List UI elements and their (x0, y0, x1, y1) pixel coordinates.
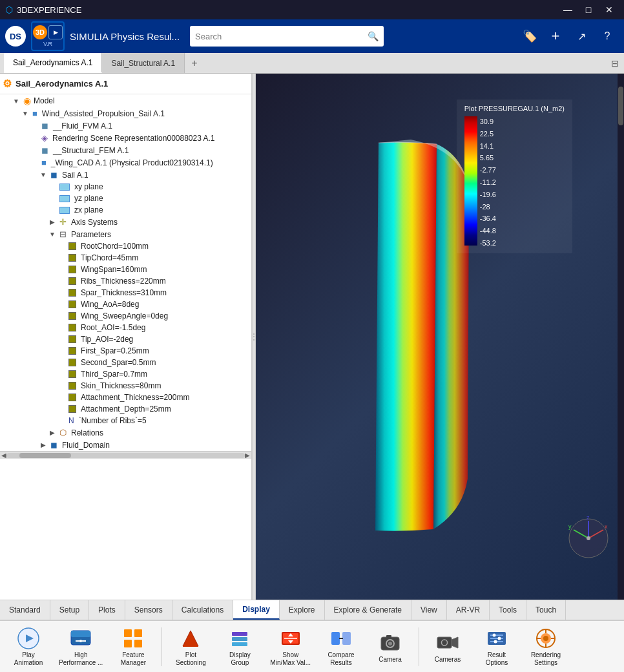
bookmark-button[interactable]: 🏷️ (518, 25, 541, 48)
node-label-fluid: __Fluid_FVM A.1 (53, 121, 112, 131)
tab-setup[interactable]: Setup (50, 600, 89, 620)
tree-node-p12[interactable]: Third_Spar=0.7mm (0, 368, 251, 380)
tree-node-p9[interactable]: Tip_AOI=-2deg (0, 333, 251, 345)
expand-params[interactable]: ▼ (48, 230, 57, 239)
tree-node-axis[interactable]: ▶ ✛ Axis Systems (0, 216, 251, 228)
tool-rendering_settings[interactable]: Rendering Settings (523, 624, 569, 669)
expand-wind[interactable]: ▼ (21, 109, 30, 118)
tool-play_animation[interactable]: Play Animation (5, 624, 52, 669)
tree-node-sail[interactable]: ▼ ◼ Sail A.1 (0, 169, 251, 181)
tree-model[interactable]: ▼ ◉ Model (0, 94, 251, 107)
add-button[interactable]: + (544, 25, 567, 48)
collapse-panel-button[interactable]: ⊟ (606, 53, 624, 73)
tree-node-p7[interactable]: Wing_SweepAngle=0deg (0, 310, 251, 322)
tree-node-wing_cad[interactable]: ■ _Wing_CAD A.1 (Physical Product0219031… (0, 156, 251, 169)
param-icon (68, 266, 76, 273)
param-icon (68, 254, 76, 262)
node-label-p3: WingSpan=160mm (81, 265, 147, 274)
scroll-thumb[interactable] (19, 453, 71, 458)
viewport-scroll-thumb[interactable] (618, 87, 623, 125)
node-label-yz: yz plane (74, 194, 103, 203)
tree-node-p16[interactable]: N `Number of Ribs`=5 (0, 415, 251, 426)
tree-root-label: Sail_Aerodynamics A.1 (16, 79, 108, 89)
expand-fluid_domain[interactable]: ▶ (39, 441, 48, 450)
tab-tools[interactable]: Tools (490, 600, 526, 620)
tab-ar_vr[interactable]: AR-VR (447, 600, 490, 620)
high_performance-label: High Performance ... (59, 651, 103, 667)
tab-view[interactable]: View (411, 600, 447, 620)
tool-camera[interactable]: Camera (367, 624, 413, 669)
tree-node-p2[interactable]: TipChord=45mm (0, 252, 251, 264)
expand-sail[interactable]: ▼ (39, 171, 48, 180)
tree-node-p3[interactable]: WingSpan=160mm (0, 264, 251, 275)
tree-node-p4[interactable]: Ribs_Thickness=220mm (0, 275, 251, 287)
tab-standard[interactable]: Standard (0, 600, 50, 620)
minimize-button[interactable]: — (558, 0, 577, 19)
tree-node-p10[interactable]: First_Spar=0.25mm (0, 345, 251, 357)
tree-node-xy[interactable]: xy plane (0, 181, 251, 193)
tab-sail-aerodynamics[interactable]: Sail_Aerodynamics A.1 (4, 53, 102, 73)
tab-explore[interactable]: Explore (280, 600, 325, 620)
tab-sensors[interactable]: Sensors (125, 600, 172, 620)
tab-calculations[interactable]: Calculations (172, 600, 233, 620)
tool-compare_results[interactable]: Compare Results (318, 624, 364, 669)
tab-touch[interactable]: Touch (526, 600, 566, 620)
node-label-p7: Wing_SweepAngle=0deg (81, 311, 168, 320)
tree-node-p1[interactable]: RootChord=100mm (0, 240, 251, 252)
tree-node-fluid[interactable]: ◼ __Fluid_FVM A.1 (0, 120, 251, 132)
tool-show_minmax[interactable]: Show Min/Max Val... (265, 624, 315, 669)
title-left: ⬡ 3DEXPERIENCE (5, 5, 81, 15)
legend-color-bar (464, 116, 477, 246)
help-button[interactable]: ? (596, 25, 619, 48)
tool-feature_manager[interactable]: Feature Manager (110, 624, 156, 669)
tab-sail-structural[interactable]: Sail_Structural A.1 (102, 53, 185, 73)
tab-plots[interactable]: Plots (89, 600, 125, 620)
tab-explore_generate[interactable]: Explore & Generate (325, 600, 411, 620)
tree-node-yz[interactable]: yz plane (0, 193, 251, 204)
tool-cameras[interactable]: Cameras (424, 624, 471, 669)
tree-node-p8[interactable]: Root_AOI=-1.5deg (0, 322, 251, 333)
expand-axis[interactable]: ▶ (48, 218, 57, 227)
root-icon: ⚙ (3, 78, 12, 90)
tab-display[interactable]: Display (233, 600, 280, 620)
tree-node-p15[interactable]: Attachment_Depth=25mm (0, 403, 251, 415)
tree-node-p6[interactable]: Wing_AoA=8deg (0, 299, 251, 310)
add-tab-button[interactable]: + (185, 53, 203, 73)
axis-icon: ✛ (59, 217, 67, 227)
maximize-button[interactable]: □ (579, 0, 598, 19)
expand-model[interactable]: ▼ (12, 96, 21, 105)
expand-relations[interactable]: ▶ (48, 428, 57, 437)
sim-icon: ◼ (41, 145, 48, 155)
param-icon (68, 335, 76, 343)
node-label-p9: Tip_AOI=-2deg (81, 335, 133, 344)
close-button[interactable]: ✕ (599, 0, 619, 19)
tree-node-params[interactable]: ▼ ⊟ Parameters (0, 228, 251, 240)
tree-node-p5[interactable]: Spar_Thickness=310mm (0, 287, 251, 299)
param-icon (68, 347, 76, 355)
tool-plot_sectioning[interactable]: Plot Sectioning (167, 624, 214, 669)
viewport-scrollbar[interactable] (618, 74, 624, 600)
tree-node-wind[interactable]: ▼ ■ Wind_Assisted_Propulsion_Sail A.1 (0, 107, 251, 120)
search-input[interactable] (195, 32, 364, 41)
scroll-left-btn[interactable]: ◀ (1, 452, 6, 459)
tree-node-p11[interactable]: Second_Spar=0.5mm (0, 357, 251, 368)
tool-high_performance[interactable]: High Performance ... (54, 624, 107, 669)
node-label-p2: TipChord=45mm (81, 253, 138, 262)
ds-logo-text: DS (10, 32, 21, 41)
share-button[interactable]: ↗ (570, 25, 593, 48)
scroll-right-btn[interactable]: ▶ (245, 452, 250, 459)
tree-node-fluid_domain[interactable]: ▶ ◼ Fluid_Domain (0, 439, 251, 451)
plot_sectioning-icon (178, 627, 203, 650)
tree-node-p13[interactable]: Skin_Thickness=80mm (0, 380, 251, 392)
tree-node-structural[interactable]: ◼ __Structural_FEM A.1 (0, 144, 251, 156)
tool-result_options[interactable]: Result Options (473, 624, 520, 669)
tree-node-p14[interactable]: Attachment_Thickness=200mm (0, 392, 251, 403)
tree-node-zx[interactable]: zx plane (0, 204, 251, 216)
h-scrollbar[interactable]: ◀ ▶ (0, 451, 251, 459)
3d-viewport[interactable]: Plot PRESSUREGAU.1 (N_m2) 30.922.514.15.… (256, 74, 624, 600)
document-tabs: Sail_Aerodynamics A.1 Sail_Structural A.… (0, 53, 624, 74)
tool-display_group[interactable]: Display Group (216, 624, 263, 669)
tree-node-rendering[interactable]: ◈ Rendering Scene Representation00088023… (0, 132, 251, 144)
tree-node-relations[interactable]: ▶ ⬡ Relations (0, 426, 251, 439)
camera-label: Camera (379, 656, 402, 664)
